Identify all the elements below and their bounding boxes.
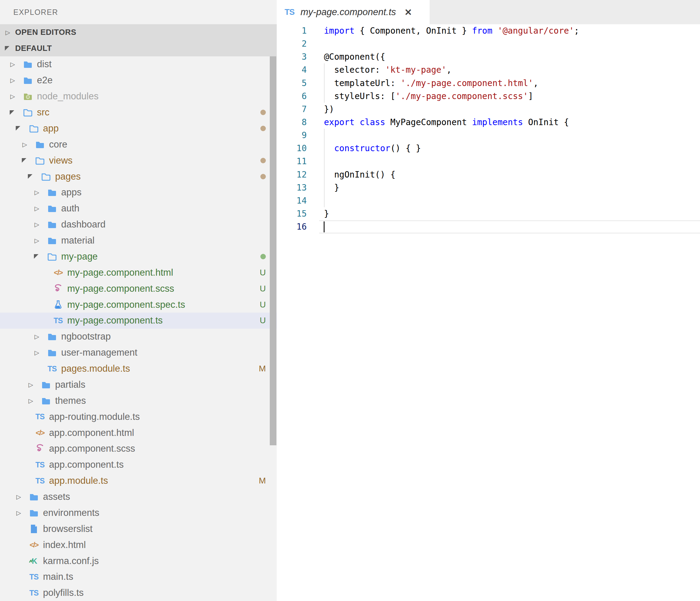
tree-item-index-html[interactable]: </>index.html	[0, 537, 277, 553]
tree-item-label: user-management	[61, 347, 138, 358]
default-section-header[interactable]: DEFAULT	[0, 40, 277, 56]
chevron-right-icon[interactable]	[8, 77, 20, 84]
tree-item-my-page[interactable]: my-page	[0, 249, 277, 265]
tree-item-label: pages.module.ts	[61, 363, 130, 374]
tree-item-label: app.component.ts	[49, 459, 124, 470]
tree-item-app-component-html[interactable]: </>app.component.html	[0, 425, 277, 441]
line-number: 6	[277, 90, 307, 103]
chevron-right-icon[interactable]	[27, 381, 38, 388]
tree-item-main-ts[interactable]: TSmain.ts	[0, 569, 277, 585]
close-icon[interactable]: ✕	[404, 7, 412, 18]
tree-item-dashboard[interactable]: dashboard	[0, 217, 277, 233]
line-number: 4	[277, 63, 307, 76]
folder-icon	[47, 219, 57, 230]
tree-item-user-management[interactable]: user-management	[0, 345, 277, 361]
code-line-15[interactable]: 15}	[277, 207, 700, 220]
chevron-right-icon[interactable]	[33, 205, 44, 212]
tree-item-dist[interactable]: dist	[0, 56, 277, 72]
tree-item-my-page-component-spec-ts[interactable]: my-page.component.spec.tsU	[0, 296, 277, 313]
tree-item-my-page-component-ts[interactable]: TSmy-page.component.tsU	[0, 313, 277, 329]
open-editors-header[interactable]: OPEN EDITORS	[0, 24, 277, 40]
tree-item-partials[interactable]: partials	[0, 377, 277, 393]
code-line-12[interactable]: 12 ngOnInit() {	[277, 168, 700, 181]
line-number: 7	[277, 103, 307, 116]
chevron-right-icon[interactable]	[8, 93, 20, 100]
tree-item-views[interactable]: views	[0, 152, 277, 168]
tree-item-my-page-component-html[interactable]: </>my-page.component.htmlU	[0, 264, 277, 281]
tree-item-app-component-scss[interactable]: app.component.scss	[0, 441, 277, 457]
code-line-2[interactable]: 2	[277, 37, 700, 50]
line-number: 5	[277, 77, 307, 90]
folder-icon	[28, 491, 40, 502]
code-line-13[interactable]: 13 }	[277, 181, 700, 194]
chevron-right-icon[interactable]	[21, 141, 32, 148]
code-line-16[interactable]: 16	[277, 220, 700, 233]
tree-item-core[interactable]: core	[0, 136, 277, 152]
tree-item-environments[interactable]: environments	[0, 505, 277, 521]
tree-item-assets[interactable]: assets	[0, 489, 277, 505]
tree-item-label: karma.conf.js	[43, 556, 99, 567]
chevron-expanded-icon[interactable]	[33, 254, 44, 259]
chevron-expanded-icon[interactable]	[8, 110, 20, 115]
chevron-right-icon[interactable]	[15, 493, 26, 500]
tree-item-node-modules[interactable]: node_modules	[0, 89, 277, 104]
tree-item-label: environments	[43, 507, 99, 518]
line-number: 9	[277, 129, 307, 142]
tab-my-page-component-ts[interactable]: TS my-page.component.ts ✕	[277, 0, 430, 24]
line-number: 2	[277, 37, 307, 50]
code-line-3[interactable]: 3@Component({	[277, 50, 700, 63]
tree-item-pages-module-ts[interactable]: TSpages.module.tsM	[0, 361, 277, 377]
tree-item-e2e[interactable]: e2e	[0, 72, 277, 89]
code-line-4[interactable]: 4 selector: 'kt-my-page',	[277, 63, 700, 76]
code-editor[interactable]: 1import { Component, OnInit } from '@ang…	[277, 24, 700, 601]
tree-item-auth[interactable]: auth	[0, 200, 277, 217]
line-number: 11	[277, 155, 307, 168]
folder-icon	[47, 235, 57, 246]
chevron-right-icon[interactable]	[33, 349, 44, 356]
tree-item-ngbootstrap[interactable]: ngbootstrap	[0, 329, 277, 345]
git-status-badge: U	[260, 296, 266, 313]
tree-item-src[interactable]: src	[0, 104, 277, 121]
git-status-badge: M	[259, 473, 266, 489]
karma-icon: K	[28, 556, 40, 567]
tree-item-themes[interactable]: themes	[0, 392, 277, 409]
tree-item-app-component-ts[interactable]: TSapp.component.ts	[0, 457, 277, 473]
tree-item-label: polyfills.ts	[43, 587, 83, 598]
sidebar-scrollbar-thumb[interactable]	[270, 56, 276, 445]
line-content	[307, 155, 324, 168]
code-line-6[interactable]: 6 styleUrls: ['./my-page.component.scss'…	[277, 90, 700, 103]
chevron-expanded-icon[interactable]	[21, 158, 32, 163]
git-status-badge: U	[260, 313, 266, 329]
tree-item-karma-conf-js[interactable]: Kkarma.conf.js	[0, 553, 277, 569]
tree-item-app[interactable]: app	[0, 121, 277, 137]
chevron-right-icon[interactable]	[8, 61, 20, 68]
tree-item-apps[interactable]: apps	[0, 185, 277, 200]
code-line-5[interactable]: 5 templateUrl: './my-page.component.html…	[277, 77, 700, 90]
chevron-right-icon[interactable]	[33, 333, 44, 340]
chevron-right-icon[interactable]	[33, 221, 44, 228]
tree-item-label: app.module.ts	[49, 475, 108, 486]
code-line-1[interactable]: 1import { Component, OnInit } from '@ang…	[277, 24, 700, 37]
code-line-11[interactable]: 11	[277, 155, 700, 168]
tree-item-browserslist[interactable]: browserslist	[0, 521, 277, 537]
current-line-border-top	[319, 220, 700, 221]
tree-item-pages[interactable]: pages	[0, 168, 277, 185]
explorer-sections: OPEN EDITORS DEFAULT	[0, 24, 277, 56]
tree-item-label: views	[49, 155, 73, 166]
chevron-expanded-icon[interactable]	[27, 174, 38, 179]
code-line-10[interactable]: 10 constructor() { }	[277, 142, 700, 155]
code-line-7[interactable]: 7})	[277, 103, 700, 116]
chevron-right-icon[interactable]	[27, 397, 38, 404]
tree-item-app-routing-module-ts[interactable]: TSapp-routing.module.ts	[0, 409, 277, 425]
code-line-9[interactable]: 9	[277, 129, 700, 142]
tree-item-material[interactable]: material	[0, 233, 277, 249]
code-line-14[interactable]: 14	[277, 194, 700, 207]
chevron-right-icon[interactable]	[33, 237, 44, 244]
chevron-expanded-icon[interactable]	[15, 126, 26, 130]
tree-item-polyfills-ts[interactable]: TSpolyfills.ts	[0, 585, 277, 601]
code-line-8[interactable]: 8export class MyPageComponent implements…	[277, 116, 700, 129]
tree-item-app-module-ts[interactable]: TSapp.module.tsM	[0, 473, 277, 489]
tree-item-my-page-component-scss[interactable]: my-page.component.scssU	[0, 281, 277, 296]
chevron-right-icon[interactable]	[33, 189, 44, 196]
chevron-right-icon[interactable]	[15, 509, 26, 516]
